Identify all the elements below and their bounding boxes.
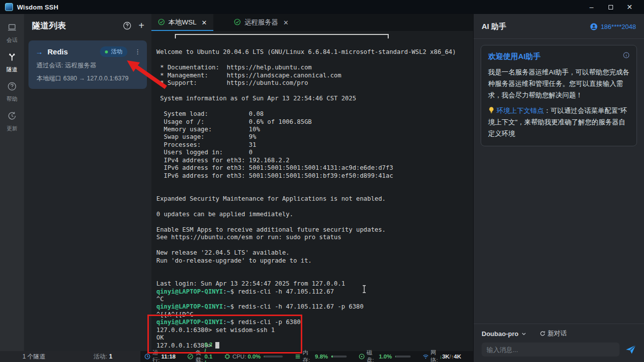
model-name: Doubao-pro	[482, 330, 519, 338]
tunnel-menu-icon[interactable]: ⋮	[134, 48, 141, 55]
memory-icon	[295, 354, 303, 360]
upload-value: 4K	[454, 354, 461, 360]
help-circle-icon[interactable]	[123, 21, 131, 30]
status-dot-icon	[105, 50, 108, 53]
nav-rail: 会话隧道帮助更新	[0, 14, 24, 351]
load-value: 0.2 / 0.1 / 0.0	[204, 342, 212, 362]
account-number: 186****2048	[601, 23, 636, 30]
status-badge-label: 活动	[111, 48, 122, 55]
window-controls: – ✕	[582, 0, 639, 14]
ai-header: AI 助手 186****2048	[474, 14, 644, 38]
tab-status-check-icon	[234, 18, 244, 27]
memory-bar	[331, 356, 347, 358]
terminal-area: 本地WSL✕远程服务器✕ Welcome to Ubuntu 20.04.6 L…	[151, 14, 473, 351]
statusbar-tunnel-section: 1 个隧道 活动: 1	[0, 351, 140, 362]
new-chat-button[interactable]: 新对话	[540, 329, 567, 338]
ai-welcome-body: 我是一名服务器运维AI助手，可以帮助您完成各种服务器运维和管理任务。您可以直接输…	[488, 66, 630, 101]
help-icon	[7, 81, 17, 95]
rail-item-tunnel[interactable]: 隧道	[0, 48, 24, 78]
send-icon	[626, 345, 636, 354]
model-selector[interactable]: Doubao-pro	[482, 330, 527, 338]
tunnel-panel-header: 隧道列表 +	[24, 14, 151, 36]
stat-memory: 内存:9.8%	[295, 349, 347, 362]
terminal-cursor	[215, 342, 219, 349]
account-button[interactable]: 186****2048	[590, 23, 636, 30]
new-chat-label: 新对话	[548, 329, 567, 338]
ai-welcome-title: 欢迎使用AI助手	[488, 52, 623, 61]
tunnel-port-mapping: 本地端口 6380 → 127.0.0.1:6379	[35, 74, 141, 83]
rail-item-help[interactable]: 帮助	[0, 78, 24, 107]
terminal-tabbar: 本地WSL✕远程服务器✕	[151, 14, 473, 31]
uptime-value: 11:18	[161, 354, 176, 360]
stat-load: 负载:0.2 / 0.1 / 0.0	[187, 342, 212, 362]
stat-network: 网络:↓3K/↑4K	[423, 349, 461, 362]
ai-model-row: Doubao-pro 新对话	[482, 329, 636, 338]
app-title: Wisdom SSH	[17, 3, 58, 11]
tunnel-arrow-icon: →	[35, 47, 43, 56]
terminal-box-fragment	[175, 34, 389, 38]
cpu-bar	[264, 356, 283, 358]
tab-remote-server[interactable]: 远程服务器✕	[227, 14, 295, 31]
lightbulb-icon	[488, 106, 495, 114]
user-icon	[590, 23, 598, 30]
ai-tip-link[interactable]: 环境上下文锚点	[497, 107, 544, 114]
stat-disk: 磁盘:1.0%	[359, 349, 411, 362]
ai-input-row	[482, 343, 636, 357]
download-value: 3K	[442, 354, 450, 360]
tunnel-card-row: → Redis 活动 ⋮	[35, 46, 141, 57]
tab-label: 本地WSL	[168, 18, 196, 27]
tunnel-panel-title: 隧道列表	[32, 20, 116, 31]
network-icon	[423, 354, 431, 360]
chevron-down-icon	[521, 331, 527, 337]
close-button[interactable]: ✕	[620, 0, 639, 14]
ai-tip: 环境上下文锚点：可以通过会话菜单配置"环境上下文"，来帮助我更准确了解您的服务器…	[488, 105, 630, 139]
active-count-value: 1	[109, 353, 112, 360]
terminal-output: Welcome to Ubuntu 20.04.6 LTS (GNU/Linux…	[156, 41, 473, 350]
tab-close-icon[interactable]: ✕	[283, 19, 289, 26]
tunnel-name: Redis	[47, 47, 100, 56]
tab-label: 远程服务器	[244, 18, 278, 27]
tunnel-panel: 隧道列表 + → Redis 活动 ⋮ 通过会话: 远程服务器	[24, 14, 151, 351]
refresh-icon	[540, 331, 546, 337]
tab-local-wsl[interactable]: 本地WSL✕	[151, 14, 213, 31]
titlebar: Wisdom SSH – ✕	[0, 0, 644, 14]
rail-item-label: 更新	[6, 125, 17, 132]
maximize-icon	[609, 5, 613, 9]
maximize-button[interactable]	[601, 0, 620, 14]
rail-item-update[interactable]: 更新	[0, 107, 24, 137]
uptime-icon	[144, 354, 152, 360]
disk-bar	[395, 356, 411, 358]
message-input[interactable]	[482, 343, 620, 357]
tunnel-icon	[7, 52, 17, 66]
active-count-label: 活动:	[93, 353, 107, 361]
tab-close-icon[interactable]: ✕	[201, 19, 207, 26]
rail-item-label: 隧道	[6, 66, 17, 73]
app-logo-icon	[5, 3, 13, 11]
ai-panel: AI 助手 186****2048 欢迎使用AI助手	[473, 14, 644, 362]
tunnel-via-session: 通过会话: 远程服务器	[35, 61, 141, 70]
tunnel-card-redis[interactable]: → Redis 活动 ⋮ 通过会话: 远程服务器 本地端口 6380 → 127…	[28, 40, 147, 89]
ai-panel-title: AI 助手	[482, 22, 590, 31]
sessions-icon	[7, 22, 17, 36]
ai-footer: Doubao-pro 新对话	[474, 324, 644, 362]
ai-welcome-card: 欢迎使用AI助手 我是一名服务器运维AI助手，可以帮助您完成各种服务器运维和管理…	[481, 45, 637, 146]
terminal[interactable]: Welcome to Ubuntu 20.04.6 LTS (GNU/Linux…	[151, 31, 473, 351]
rail-item-label: 会话	[6, 36, 17, 44]
load-icon	[187, 354, 195, 360]
minimize-button[interactable]: –	[582, 0, 601, 14]
stat-uptime: 运行:11:18	[144, 349, 175, 362]
cpu-icon	[224, 354, 232, 360]
tab-status-check-icon	[158, 18, 168, 27]
send-button[interactable]	[626, 345, 636, 354]
cpu-value: 0.0%	[248, 354, 261, 360]
info-icon[interactable]	[623, 52, 630, 58]
ai-welcome-head: 欢迎使用AI助手	[488, 52, 630, 61]
add-tunnel-button[interactable]: +	[138, 21, 144, 30]
app-window: Wisdom SSH – ✕ 会话隧道帮助更新 隧道列表 + → Redis	[0, 0, 644, 362]
rail-item-sessions[interactable]: 会话	[0, 19, 24, 48]
update-icon	[7, 111, 17, 125]
tunnel-count: 1 个隧道	[22, 353, 93, 361]
statusbar-stats-section: 运行:11:18负载:0.2 / 0.1 / 0.0CPU:0.0%内存:9.8…	[140, 351, 473, 362]
rail-item-label: 帮助	[6, 95, 17, 103]
memory-value: 9.8%	[315, 354, 328, 360]
